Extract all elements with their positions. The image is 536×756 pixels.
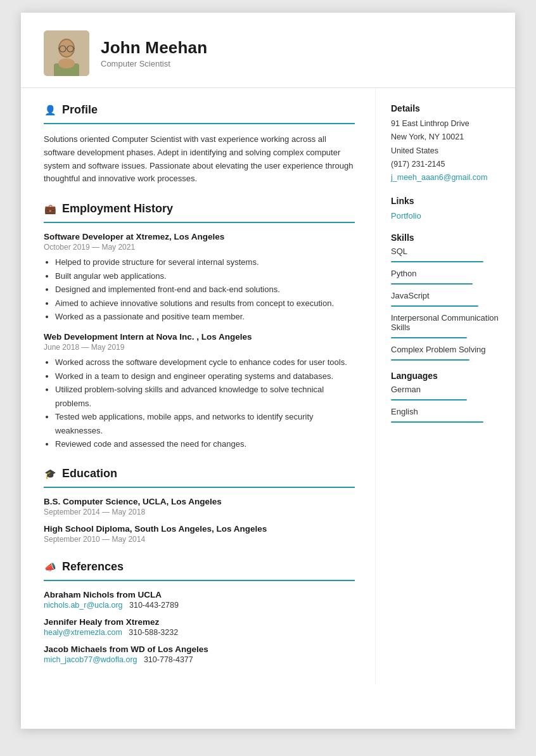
lang-english: English — [391, 407, 500, 420]
skill-bar-python — [391, 283, 473, 285]
job-title-2: Web Development Intern at Nova Inc. , Lo… — [44, 332, 355, 342]
lang-german: German — [391, 385, 500, 398]
profile-divider — [44, 123, 355, 124]
skill-interpersonal: Interpersonal Communication Skills — [391, 313, 500, 336]
svg-point-2 — [60, 40, 73, 56]
ref-name-1: Abraham Nichols from UCLA — [44, 590, 355, 599]
skill-bar-complex — [391, 359, 469, 361]
edu-dates-1: September 2014 — May 2018 — [44, 508, 355, 516]
job-bullet: Worked in a team to design and engineer … — [55, 369, 355, 383]
job-dates-1: October 2019 — May 2021 — [44, 243, 355, 252]
resume-body: 👤 Profile Solutions oriented Computer Sc… — [21, 88, 515, 684]
ref-phone-2: 310-588-3232 — [129, 628, 178, 637]
resume-header: John Meehan Computer Scientist — [21, 13, 515, 88]
right-column: Details 91 East Linthrop Drive New York,… — [376, 88, 515, 684]
job-bullet: Tested web applications, mobile apps, an… — [55, 410, 355, 437]
ref-contact-1: nichols.ab_r@ucla.org 310-443-2789 — [44, 601, 355, 610]
svg-point-4 — [58, 58, 75, 68]
job-bullet: Built angular web applications. — [55, 269, 355, 283]
edu-dates-2: September 2010 — May 2014 — [44, 535, 355, 544]
education-icon: 🎓 — [44, 468, 56, 480]
portfolio-link[interactable]: Portfolio — [391, 211, 421, 221]
left-column: 👤 Profile Solutions oriented Computer Sc… — [21, 88, 376, 684]
job-bullet: Designed and implemented front-end and b… — [55, 283, 355, 296]
job-bullet: Worked as a passionate and positive team… — [55, 310, 355, 323]
profile-icon: 👤 — [44, 104, 56, 117]
references-divider — [44, 580, 355, 581]
job-bullet: Worked across the software development c… — [55, 356, 355, 369]
avatar — [44, 30, 89, 76]
skill-python: Python — [391, 269, 500, 282]
skills-section-title: Skills — [391, 233, 500, 243]
ref-contact-2: healy@xtremezla.com 310-588-3232 — [44, 628, 355, 637]
lang-bar-german — [391, 399, 467, 400]
details-address: 91 East Linthrop Drive New York, NY 1002… — [391, 117, 500, 184]
details-email[interactable]: j_meeh_aaan6@gmail.com — [391, 173, 487, 182]
ref-phone-3: 310-778-4377 — [144, 655, 193, 664]
education-divider — [44, 487, 355, 488]
employment-icon: 💼 — [44, 203, 56, 215]
job-bullet: Reviewed code and assessed the need for … — [55, 437, 355, 451]
resume-wrapper: John Meehan Computer Scientist 👤 Profile… — [21, 13, 515, 729]
profile-section-title: 👤 Profile — [44, 103, 355, 117]
candidate-name: John Meehan — [101, 38, 207, 58]
ref-phone-1: 310-443-2789 — [129, 601, 179, 610]
header-info: John Meehan Computer Scientist — [101, 38, 207, 68]
skill-bar-javascript — [391, 305, 478, 307]
skill-javascript: JavaScript — [391, 291, 500, 304]
ref-email-2[interactable]: healy@xtremezla.com — [44, 628, 122, 637]
skill-bar-sql — [391, 261, 483, 262]
references-section-title: 📣 References — [44, 560, 355, 573]
skill-complex: Complex Problem Solving — [391, 345, 500, 358]
job-bullets-1: Helped to provide structure for several … — [44, 255, 355, 323]
links-section-title: Links — [391, 196, 500, 206]
skill-sql: SQL — [391, 247, 500, 260]
job-bullet: Helped to provide structure for several … — [55, 255, 355, 269]
edu-degree-2: High School Diploma, South Los Angeles, … — [44, 524, 355, 534]
job-bullet: Aimed to achieve innovative solutions an… — [55, 297, 355, 310]
details-section-title: Details — [391, 103, 500, 113]
ref-name-3: Jacob Michaels from WD of Los Angeles — [44, 644, 355, 654]
details-country: United States — [391, 144, 500, 158]
education-section-title: 🎓 Education — [44, 467, 355, 480]
job-title-1: Software Developer at Xtremez, Los Angel… — [44, 232, 355, 241]
job-bullets-2: Worked across the software development c… — [44, 356, 355, 451]
job-bullet: Utilized problem-solving skills and adva… — [55, 383, 355, 410]
candidate-subtitle: Computer Scientist — [101, 59, 207, 68]
lang-bar-english — [391, 421, 483, 423]
profile-text: Solutions oriented Computer Scientist wi… — [44, 133, 355, 186]
ref-email-1[interactable]: nichols.ab_r@ucla.org — [44, 601, 123, 610]
ref-name-2: Jennifer Healy from Xtremez — [44, 617, 355, 627]
ref-email-3[interactable]: mich_jacob77@wdofla.org — [44, 655, 137, 664]
ref-contact-3: mich_jacob77@wdofla.org 310-778-4377 — [44, 655, 355, 664]
details-city: New York, NY 10021 — [391, 131, 500, 144]
skill-bar-interpersonal — [391, 337, 467, 338]
languages-section-title: Languages — [391, 371, 500, 381]
job-dates-2: June 2018 — May 2019 — [44, 343, 355, 352]
details-street: 91 East Linthrop Drive — [391, 117, 500, 131]
employment-divider — [44, 222, 355, 223]
employment-section-title: 💼 Employment History — [44, 202, 355, 215]
edu-degree-1: B.S. Computer Science, UCLA, Los Angeles — [44, 497, 355, 506]
details-phone: (917) 231-2145 — [391, 158, 500, 171]
references-icon: 📣 — [44, 561, 56, 573]
